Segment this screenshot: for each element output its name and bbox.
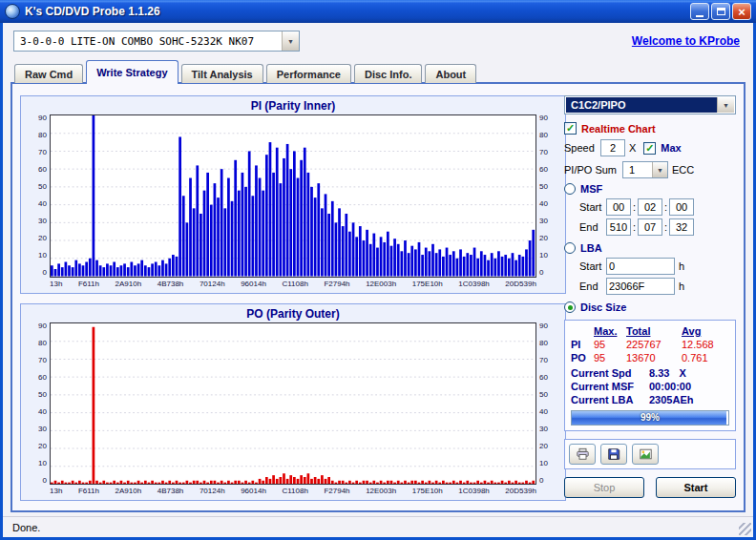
po-bars xyxy=(51,323,536,485)
client-area: 3-0-0-0 LITE-ON COMBO SOHC-5232K NK07 ▼ … xyxy=(3,23,753,537)
window-title: K's CD/DVD Probe 1.1.26 xyxy=(25,5,688,18)
status-text: Done. xyxy=(12,522,40,533)
pi-chart-panel: PI (Parity Inner) 9080706050403020100 90… xyxy=(20,95,566,294)
msf-start-label: Start xyxy=(579,201,606,213)
app-icon xyxy=(5,4,20,19)
tab-raw-cmd[interactable]: Raw Cmd xyxy=(14,64,83,83)
welcome-link[interactable]: Welcome to KProbe xyxy=(632,34,740,48)
pipo-sum-value: 1 xyxy=(623,162,652,177)
maximize-icon xyxy=(717,8,725,15)
pipo-sum-combo[interactable]: 1 ▼ xyxy=(622,161,668,178)
po-left-y-axis: 9080706050403020100 xyxy=(27,322,50,486)
stop-button[interactable]: Stop xyxy=(564,477,644,498)
save-button[interactable] xyxy=(600,444,627,465)
po-chart-title: PO (Parity Outer) xyxy=(27,306,559,322)
pi-max-value: 95 xyxy=(594,339,626,350)
tab-disc-info[interactable]: Disc Info. xyxy=(354,64,423,83)
msf-start-sec-input[interactable] xyxy=(638,198,662,216)
status-bar: Done. xyxy=(3,516,753,537)
chevron-down-icon: ▼ xyxy=(717,97,734,113)
title-bar[interactable]: K's CD/DVD Probe 1.1.26 × xyxy=(0,0,756,23)
po-chart-panel: PO (Parity Outer) 9080706050403020100 90… xyxy=(20,303,566,502)
progress-bar: 99% xyxy=(571,410,729,426)
pi-chart-title: PI (Parity Inner) xyxy=(27,98,559,114)
tab-performance[interactable]: Performance xyxy=(266,64,351,83)
lba-end-label: End xyxy=(579,280,606,292)
lba-radio[interactable] xyxy=(564,242,576,254)
chevron-down-icon: ▼ xyxy=(652,162,667,177)
max-label: Max xyxy=(661,142,681,154)
lba-start-unit: h xyxy=(679,260,684,272)
lba-start-label: Start xyxy=(579,260,606,272)
lba-end-unit: h xyxy=(679,280,684,292)
speed-input[interactable] xyxy=(600,139,625,156)
lba-label: LBA xyxy=(580,242,602,254)
chevron-down-icon: ▼ xyxy=(282,31,299,51)
tab-tilt-analysis[interactable]: Tilt Analysis xyxy=(181,64,263,83)
max-speed-checkbox[interactable]: ✓ xyxy=(643,142,656,155)
print-button[interactable] xyxy=(569,444,596,465)
action-buttons: Stop Start xyxy=(564,477,736,498)
chart-image-icon xyxy=(639,447,653,461)
time-separator: : xyxy=(664,221,667,233)
realtime-chart-checkbox[interactable]: ✓ xyxy=(564,122,577,135)
mode-combo[interactable]: C1C2/PIPO ▼ xyxy=(564,95,736,114)
pipo-sum-label: PI/PO Sum xyxy=(564,164,617,176)
msf-end-min-input[interactable] xyxy=(606,218,631,236)
drive-selector-combo[interactable]: 3-0-0-0 LITE-ON COMBO SOHC-5232K NK07 ▼ xyxy=(13,31,300,52)
current-speed-value: 8.33 xyxy=(649,367,669,379)
realtime-chart-label: Realtime Chart xyxy=(581,123,656,135)
msf-start-min-input[interactable] xyxy=(606,198,631,216)
msf-end-frame-input[interactable] xyxy=(669,218,694,236)
start-button[interactable]: Start xyxy=(656,477,736,498)
statistics-panel: Max. Total Avg PI 95 225767 12.568 PO 95… xyxy=(564,320,736,431)
msf-end-sec-input[interactable] xyxy=(638,218,662,236)
close-icon: × xyxy=(738,6,746,18)
current-msf-label: Current MSF xyxy=(571,381,649,392)
drive-selector-value: 3-0-0-0 LITE-ON COMBO SOHC-5232K NK07 xyxy=(14,31,282,51)
time-separator: : xyxy=(664,201,667,213)
msf-radio[interactable] xyxy=(564,183,576,195)
lba-start-input[interactable] xyxy=(606,258,675,275)
pi-total-value: 225767 xyxy=(626,339,682,350)
lba-end-input[interactable] xyxy=(606,278,675,295)
current-speed-unit: X xyxy=(679,367,685,379)
stats-header-avg: Avg xyxy=(682,325,729,337)
maximize-button[interactable] xyxy=(711,3,730,20)
time-separator: : xyxy=(633,201,636,213)
stats-header-total: Total xyxy=(626,325,682,337)
ecc-label: ECC xyxy=(672,164,694,176)
disc-size-radio[interactable] xyxy=(564,301,576,313)
mode-combo-value: C1C2/PIPO xyxy=(566,97,717,113)
tab-about[interactable]: About xyxy=(425,64,476,83)
toolbar: 3-0-0-0 LITE-ON COMBO SOHC-5232K NK07 ▼ … xyxy=(13,30,740,52)
stats-row-po-name: PO xyxy=(571,352,594,363)
tab-write-strategy[interactable]: Write Strategy xyxy=(86,60,178,83)
current-lba-label: Current LBA xyxy=(571,394,649,405)
x-axis: 13hF611h2A910h4B738h70124h96014hC1108hF2… xyxy=(50,280,536,289)
close-button[interactable]: × xyxy=(732,3,751,20)
msf-start-frame-input[interactable] xyxy=(669,198,694,216)
minimize-icon xyxy=(696,15,704,17)
app-window: K's CD/DVD Probe 1.1.26 × 3-0-0-0 LITE-O… xyxy=(0,0,756,540)
current-speed-label: Current Spd xyxy=(571,367,649,379)
pi-left-y-axis: 9080706050403020100 xyxy=(27,114,50,278)
speed-unit: X xyxy=(629,142,636,154)
tab-bar: Raw Cmd Write Strategy Tilt Analysis Per… xyxy=(14,60,479,83)
minimize-button[interactable] xyxy=(690,3,709,20)
speed-label: Speed xyxy=(564,142,600,154)
save-chart-image-button[interactable] xyxy=(632,444,659,465)
stats-row-pi-name: PI xyxy=(571,339,594,350)
po-max-value: 95 xyxy=(594,352,626,363)
main-panel: PI (Parity Inner) 9080706050403020100 90… xyxy=(10,82,746,512)
charts-column: PI (Parity Inner) 9080706050403020100 90… xyxy=(20,95,566,501)
pi-plot-area xyxy=(50,114,536,278)
stats-header-max: Max. xyxy=(594,325,626,337)
po-avg-value: 0.761 xyxy=(682,352,729,363)
msf-end-label: End xyxy=(579,221,606,233)
resize-grip[interactable] xyxy=(739,523,751,535)
controls-column: C1C2/PIPO ▼ ✓ Realtime Chart Speed X ✓ M… xyxy=(564,95,736,501)
po-plot-area xyxy=(50,322,536,486)
tool-buttons-group xyxy=(564,439,736,469)
current-msf-value: 00:00:00 xyxy=(649,381,729,392)
